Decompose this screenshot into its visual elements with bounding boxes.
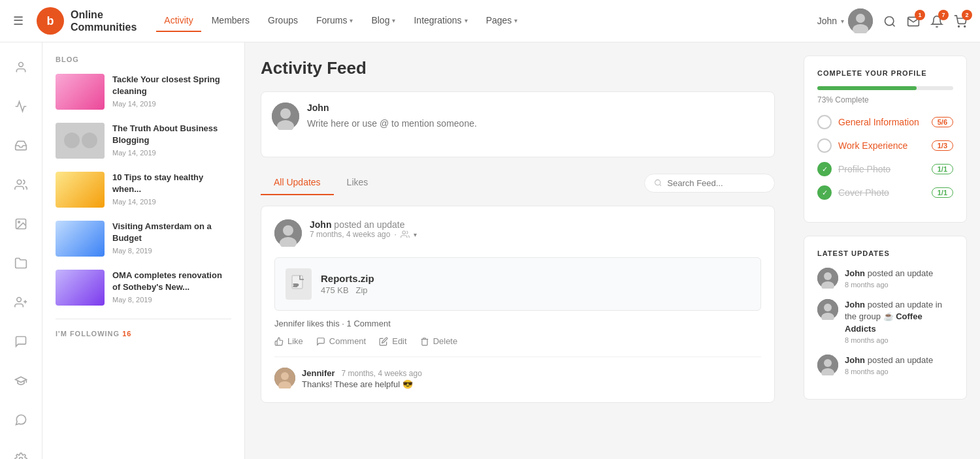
svg-point-24	[283, 225, 293, 236]
update-avatar-3	[817, 355, 838, 375]
blog-item-title-3[interactable]: 10 Tips to stay healthy when...	[112, 172, 231, 195]
profile-item-work: Work Experience 1/3	[817, 138, 953, 153]
post-likes: Jennifer likes this · 1 Comment	[274, 319, 761, 328]
composer-input[interactable]	[307, 118, 764, 144]
blog-item-date-1: May 14, 2019	[112, 100, 231, 108]
update-item-1: John posted an update 8 months ago	[817, 268, 953, 289]
progress-bar-fill	[817, 86, 917, 90]
svg-point-30	[281, 372, 289, 380]
svg-point-36	[824, 304, 832, 311]
visibility-dropdown[interactable]: ▾	[414, 231, 417, 238]
blog-thumb-3	[56, 172, 105, 208]
search-feed-input[interactable]	[667, 178, 765, 188]
commenter-avatar	[274, 368, 295, 388]
general-info-label[interactable]: General Information	[838, 117, 925, 127]
sidebar-icon-chat[interactable]	[9, 330, 33, 353]
nav-groups[interactable]: Groups	[260, 10, 306, 32]
activity-post-1: John posted an update 7 months, 4 weeks …	[261, 206, 775, 403]
nav-forums[interactable]: Forums ▾	[308, 10, 361, 32]
nav-integrations[interactable]: Integrations ▾	[406, 10, 475, 32]
svg-point-11	[17, 298, 22, 302]
blog-section-label: BLOG	[56, 55, 231, 63]
delete-button[interactable]: Delete	[420, 336, 458, 346]
blog-item-title-2[interactable]: The Truth About Business Blogging	[112, 123, 231, 146]
nav-blog[interactable]: Blog ▾	[363, 10, 403, 32]
notifications-badge: 7	[938, 10, 949, 20]
messages-badge: 1	[915, 10, 925, 20]
sidebar-icon-folder[interactable]	[9, 251, 33, 275]
sidebar-icon-activity[interactable]	[9, 95, 33, 118]
hamburger-icon[interactable]: ☰	[13, 14, 24, 28]
nav-activity[interactable]: Activity	[156, 10, 201, 32]
progress-bar	[817, 86, 953, 90]
left-sidebar	[0, 42, 42, 459]
logo-icon: b	[37, 7, 64, 35]
update-avatar-2	[817, 299, 838, 320]
svg-point-39	[824, 359, 832, 367]
work-exp-badge: 1/3	[932, 140, 953, 151]
blog-item-4: Visiting Amsterdam on a Budget May 8, 20…	[56, 221, 231, 257]
following-section: I'M FOLLOWING 16	[56, 319, 231, 338]
blog-item-5: OMA completes renovation of Sotheby's Ne…	[56, 270, 231, 306]
sidebar-icon-graduation[interactable]	[9, 369, 33, 392]
update-item-2: John posted an update in the group ☕ Cof…	[817, 299, 953, 344]
logo: b Online Communities	[37, 7, 137, 35]
comment-button[interactable]: Comment	[316, 336, 366, 346]
right-sidebar: COMPLETE YOUR PROFILE 73% Complete Gener…	[791, 42, 980, 459]
sidebar-icon-person[interactable]	[9, 55, 33, 79]
svg-text:ZIP: ZIP	[293, 283, 299, 287]
edit-button[interactable]: Edit	[379, 336, 406, 346]
update-time-2: 8 months ago	[845, 336, 953, 344]
sidebar-icon-comment[interactable]	[9, 408, 33, 432]
tab-all-updates[interactable]: All Updates	[261, 170, 334, 195]
nav-pages[interactable]: Pages ▾	[478, 10, 526, 32]
check-general	[817, 115, 832, 129]
svg-point-19	[280, 108, 291, 119]
profile-complete-card: COMPLETE YOUR PROFILE 73% Complete Gener…	[804, 55, 967, 223]
profile-item-general: General Information 5/6	[817, 115, 953, 129]
comment-section: Jennifer 7 months, 4 weeks ago Thanks! T…	[274, 356, 761, 389]
svg-point-17	[82, 133, 97, 148]
comment-text: Thanks! These are helpful 😎	[302, 379, 761, 389]
cart-button[interactable]: 2	[954, 14, 967, 27]
user-menu[interactable]: John ▾	[817, 8, 873, 33]
cover-photo-label[interactable]: Cover Photo	[838, 187, 925, 198]
main-layout: BLOG Tackle Your closest Spring cleaning…	[0, 42, 980, 459]
post-composer: John	[261, 91, 775, 157]
svg-line-22	[660, 184, 661, 185]
search-button[interactable]	[883, 14, 896, 27]
sidebar-icon-group[interactable]	[9, 173, 33, 197]
avatar	[848, 8, 873, 33]
blog-thumb-5	[56, 270, 105, 306]
update-text-1: John posted an update	[845, 268, 953, 279]
blog-item-title-1[interactable]: Tackle Your closest Spring cleaning	[112, 74, 231, 97]
update-text-3: John posted an update	[845, 355, 953, 366]
nav-members[interactable]: Members	[204, 10, 257, 32]
like-button[interactable]: Like	[274, 336, 303, 346]
nav-right: John ▾ 1 7 2	[817, 8, 967, 33]
blog-item-title-4[interactable]: Visiting Amsterdam on a Budget	[112, 221, 231, 244]
cart-badge: 2	[962, 10, 972, 20]
blog-item-date-4: May 8, 2019	[112, 247, 231, 255]
profile-photo-label[interactable]: Profile Photo	[838, 164, 925, 174]
cover-photo-badge: 1/1	[932, 187, 953, 198]
following-count: 16	[122, 330, 131, 338]
sidebar-icon-image[interactable]	[9, 212, 33, 236]
post-file-attachment: ZIP Reports.zip 475 KB Zip	[274, 257, 761, 311]
sidebar-icon-inbox[interactable]	[9, 134, 33, 157]
blog-item-date-3: May 14, 2019	[112, 198, 231, 206]
profile-photo-badge: 1/1	[932, 164, 953, 174]
svg-point-26	[402, 231, 406, 234]
svg-point-33	[824, 272, 832, 280]
update-time-3: 8 months ago	[845, 368, 953, 375]
blog-item-title-5[interactable]: OMA completes renovation of Sotheby's Ne…	[112, 270, 231, 293]
sidebar-icon-settings[interactable]	[9, 447, 33, 459]
tab-likes[interactable]: Likes	[334, 170, 382, 195]
visibility-icon	[400, 230, 410, 239]
notifications-button[interactable]: 7	[930, 14, 943, 27]
messages-button[interactable]: 1	[907, 14, 920, 27]
composer-username: John	[307, 103, 764, 113]
update-item-3: John posted an update 8 months ago	[817, 355, 953, 375]
sidebar-icon-user-add[interactable]	[9, 291, 33, 314]
work-exp-label[interactable]: Work Experience	[838, 140, 925, 151]
